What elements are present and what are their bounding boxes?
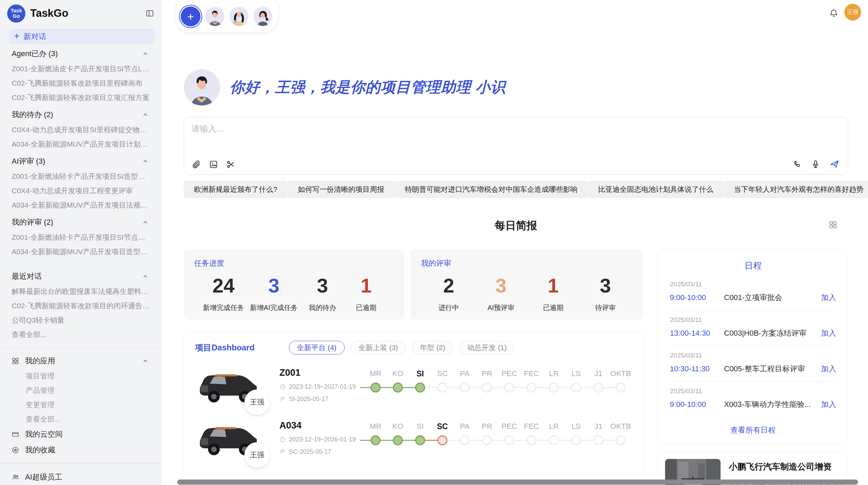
notification-bell-icon[interactable] <box>829 8 839 18</box>
join-link[interactable]: 加入 <box>821 328 836 338</box>
project-row-z001[interactable]: 王强 Z001 2023-12-19~2027-01-19 <box>195 366 632 407</box>
sidebar-item[interactable]: Z001-全新燃油轻卡产品开发项目SI造型提交物评审 <box>0 169 161 184</box>
milestone-dot <box>571 383 581 393</box>
event-time: 13:00-14:30 <box>670 329 724 338</box>
stat-label: 待评审 <box>587 303 624 312</box>
sidebar: Task Go TaskGo + 新对话 Agent已办 (3) Z001-全新… <box>0 0 161 485</box>
section-header-agent-done[interactable]: Agent已办 (3) <box>0 46 161 62</box>
user-avatar-badge[interactable]: 王强 <box>844 4 861 21</box>
daily-brief-title: 每日简报 <box>495 220 537 232</box>
avatar-member-1[interactable] <box>205 7 225 26</box>
section-header-my-todo[interactable]: 我的待办 (2) <box>0 107 161 123</box>
stat-value: 3 <box>250 274 298 297</box>
sidebar-item[interactable]: A034-全新新能源MUV产品开发项目计划变更表编写 <box>0 137 161 151</box>
sidebar-item[interactable]: Z001-全新燃油皮卡产品开发项目SI节点Lesson Learn报告 <box>0 62 161 76</box>
milestone-dot <box>504 383 514 393</box>
chevron-up-icon[interactable] <box>142 358 149 364</box>
sidebar-item[interactable]: A034-全新新能源MUV产品开发项目法规符合性评审 <box>0 198 161 212</box>
milestone-label: SI <box>409 368 431 379</box>
join-link[interactable]: 加入 <box>821 293 836 303</box>
view-all-schedule-link[interactable]: 查看所有日程 <box>670 425 836 435</box>
sidebar-section-recent-chats: 最近对话 解释最新出台的欧盟报废车法规再生塑料比例被调至15%... C02-飞… <box>0 269 161 342</box>
ai-super-staff-label: AI超级员工 <box>25 472 149 482</box>
event-time: 9:00-10:00 <box>670 293 724 302</box>
event-name: X003-车辆动力学性能验... <box>724 399 816 410</box>
horizontal-scrollbar[interactable] <box>177 480 858 485</box>
stat-value: 1 <box>534 274 572 297</box>
sidebar-collapse-icon[interactable] <box>145 9 154 18</box>
milestone-dot <box>482 435 492 445</box>
sidebar-item[interactable]: C0X4-动力总成开发项目SI里程碑提交物检查 <box>0 123 161 137</box>
join-link[interactable]: 加入 <box>821 364 836 374</box>
stat-new-completed: 24 新增完成任务 <box>203 274 244 312</box>
new-chat-button[interactable]: + 新对话 <box>9 29 155 44</box>
sidebar-app-product-mgmt[interactable]: 产品管理 <box>0 383 161 398</box>
milestone-dot <box>393 383 403 393</box>
input-actions <box>792 159 840 169</box>
people-icon <box>11 473 20 481</box>
sidebar-item[interactable]: C02-飞腾新能源轻客改款项目里程碑画布 <box>0 76 161 90</box>
sidebar-item[interactable]: Z001-全新燃油轻卡产品开发项目SI节点属性5D文件评审 <box>0 230 161 245</box>
sidebar-item[interactable]: 解释最新出台的欧盟报废车法规再生塑料比例被调至15%... <box>0 284 161 299</box>
sidebar-app-project-mgmt[interactable]: 项目管理 <box>0 369 161 383</box>
sidebar-item[interactable]: 公司Q3轻卡销量 <box>0 313 161 327</box>
logo-line-1: Task <box>11 8 22 13</box>
tab-new-platform[interactable]: 全新平台 (4) <box>289 341 345 355</box>
sidebar-item-my-apps[interactable]: 我的应用 <box>0 353 161 369</box>
sidebar-item-cloud-space[interactable]: 我的云空间 <box>0 426 161 442</box>
stat-label: 我的待办 <box>304 303 341 312</box>
milestone-dot <box>616 435 626 445</box>
sidebar-item-view-all[interactable]: 查看全部... <box>0 327 161 342</box>
task-progress-card: 任务进度 24 新增完成任务 3 新增AI完成任务 <box>184 249 404 320</box>
send-icon[interactable] <box>829 159 840 169</box>
scissors-icon[interactable] <box>226 160 236 169</box>
chat-input[interactable] <box>191 123 841 153</box>
sidebar-item[interactable]: C02-飞腾新能源轻客改款项目立项汇报方案 <box>0 90 161 105</box>
avatar-member-3[interactable] <box>253 7 273 26</box>
sidebar-app-change-mgmt[interactable]: 变更管理 <box>0 398 161 412</box>
suggestion-chip[interactable]: 如何写一份清晰的项目周报 <box>288 181 395 198</box>
clock-icon <box>279 436 286 443</box>
sidebar-item[interactable]: C02-飞腾新能源轻客改款项目的闭环通告反馈情况 <box>0 299 161 313</box>
chevron-up-icon <box>142 158 149 165</box>
milestone-dot <box>437 383 447 393</box>
sidebar-item[interactable]: A034-全新新能源MUV产品开发项目造型可行性评审 <box>0 245 161 259</box>
milestone-dot <box>415 435 425 445</box>
project-row-a034[interactable]: 王强 A034 2023-12-19~2026-01-19 <box>195 419 632 460</box>
tab-powertrain[interactable]: 动总开发 (1) <box>459 341 515 355</box>
join-link[interactable]: 加入 <box>821 399 836 410</box>
section-header-ai-review[interactable]: AI评审 (3) <box>0 153 161 169</box>
schedule-event: 2025/03/11 9:00-10:00 C001-立项审批会 加入 <box>670 275 836 310</box>
favorites-label: 我的收藏 <box>25 445 149 455</box>
sidebar-item-favorites[interactable]: 我的收藏 <box>0 442 161 458</box>
milestone-label: LR <box>543 421 565 432</box>
section-header-recent-chats[interactable]: 最近对话 <box>0 269 161 284</box>
image-icon[interactable] <box>209 160 218 169</box>
avatar-member-2[interactable] <box>229 7 249 26</box>
sidebar-item[interactable]: C0X4-动力总成开发项目工程变更评审 <box>0 184 161 198</box>
sidebar-app-view-all[interactable]: 查看全部... <box>0 412 161 426</box>
suggestion-chips: 欧洲新规最近颁布了什么? 如何写一份清晰的项目周报 特朗普可能对进口汽车增税会对… <box>184 181 848 198</box>
mic-icon[interactable] <box>811 159 820 169</box>
suggestion-chip[interactable]: 当下年轻人对汽车外观有怎样的喜好趋势 <box>724 181 868 198</box>
favorites-medal-icon <box>11 446 20 454</box>
tab-new-body[interactable]: 全新上装 (3) <box>351 341 406 355</box>
section-header-my-review[interactable]: 我的评审 (2) <box>0 214 161 230</box>
tab-model-year[interactable]: 年型 (2) <box>412 341 453 355</box>
milestone-dot <box>571 435 581 445</box>
suggestion-chip[interactable]: 比亚迪全固态电池计划具体说了什么 <box>588 181 724 198</box>
sidebar-item-ai-super-staff[interactable]: AI超级员工 <box>0 469 161 485</box>
stat-value: 24 <box>203 274 244 297</box>
milestone-label: SI <box>409 421 431 432</box>
project-dates: 2023-12-19~2026-01-19 <box>289 436 356 443</box>
phone-icon[interactable] <box>792 159 802 169</box>
app-root: Task Go TaskGo + 新对话 Agent已办 (3) Z001-全新… <box>0 0 868 485</box>
milestone-label: PR <box>476 368 498 379</box>
paperclip-icon[interactable] <box>192 160 201 169</box>
layout-grid-icon[interactable] <box>828 220 838 229</box>
add-member-button[interactable]: + <box>181 7 201 26</box>
suggestion-chip[interactable]: 欧洲新规最近颁布了什么? <box>184 181 288 198</box>
chevron-up-icon <box>142 273 149 280</box>
plus-icon: + <box>14 32 20 41</box>
suggestion-chip[interactable]: 特朗普可能对进口汽车增税会对中国车企造成哪些影响 <box>395 181 588 198</box>
